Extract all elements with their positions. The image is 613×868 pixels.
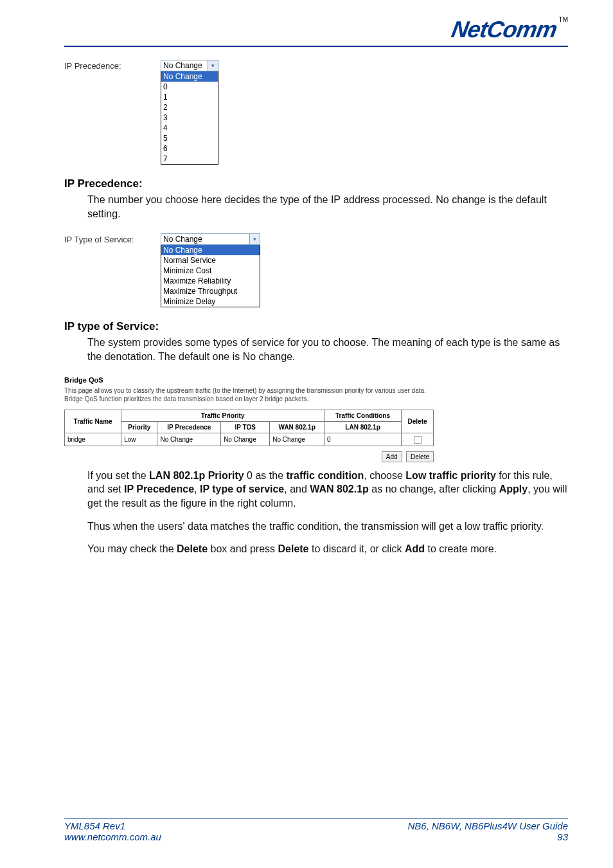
col-ip-tos: IP TOS [221,422,270,433]
col-group-priority: Traffic Priority [121,410,324,422]
dropdown-option[interactable]: Maximize Throughput [161,286,260,296]
dropdown-value: No Change [161,60,208,71]
dropdown-option[interactable]: No Change [161,71,218,82]
footer-page-number: 93 [407,831,568,842]
ip-tos-dropdown[interactable]: No Change ▾ No Change Normal Service Min… [161,233,260,307]
ip-precedence-heading: IP Precedence: [64,177,568,190]
col-priority: Priority [121,422,157,433]
chevron-down-icon[interactable]: ▾ [208,60,218,71]
chevron-down-icon[interactable]: ▾ [249,234,260,244]
cell-ip-prec: No Change [157,433,221,446]
dropdown-option[interactable]: 0 [161,82,218,92]
bridge-qos-description: This page allows you to classify the ups… [64,386,434,403]
table-header-group: Traffic Name Traffic Priority Traffic Co… [65,410,434,422]
dropdown-option[interactable]: Maximize Reliability [161,276,260,286]
ip-tos-body: The system provides some types of servic… [87,336,568,363]
footer-rev: YML854 Rev1 [64,820,161,831]
explain-p3: You may check the Delete box and press D… [87,542,568,556]
col-wan: WAN 802.1p [270,422,324,433]
bridge-qos-panel: Bridge QoS This page allows you to class… [64,376,434,462]
dropdown-option[interactable]: 7 [161,154,218,164]
ip-precedence-dropdown[interactable]: No Change ▾ No Change 0 1 2 3 4 5 6 7 [161,60,218,165]
col-lan: LAN 802.1p [324,422,401,433]
col-group-conditions: Traffic Conditions [324,410,401,422]
bridge-qos-buttons: Add Delete [64,450,434,462]
dropdown-option[interactable]: No Change [161,245,260,255]
explain-p2: Thus when the users' data matches the tr… [87,520,568,534]
delete-button[interactable]: Delete [406,451,434,462]
trademark: TM [559,16,568,23]
dropdown-option[interactable]: 6 [161,143,218,154]
ip-precedence-body: The number you choose here decides the t… [87,193,568,221]
dropdown-option[interactable]: 2 [161,102,218,113]
explain-p1: If you set the LAN 802.1p Priority 0 as … [87,469,568,511]
dropdown-list: No Change 0 1 2 3 4 5 6 7 [161,71,218,165]
footer-right: NB6, NB6W, NB6Plus4W User Guide 93 [407,820,568,842]
dropdown-header[interactable]: No Change ▾ [161,60,218,71]
dropdown-header[interactable]: No Change ▾ [161,233,260,245]
bridge-qos-title: Bridge QoS [64,376,434,384]
footer-url: www.netcomm.com.au [64,831,161,842]
dropdown-option[interactable]: Minimize Cost [161,266,260,276]
col-delete: Delete [402,410,434,433]
cell-name: bridge [65,433,121,446]
dropdown-option[interactable]: 4 [161,123,218,133]
logo-text: NetComm [449,16,558,42]
delete-checkbox[interactable] [414,436,422,444]
dropdown-option[interactable]: 1 [161,92,218,102]
cell-delete [402,433,434,446]
bridge-qos-table: Traffic Name Traffic Priority Traffic Co… [64,410,434,446]
cell-priority: Low [121,433,157,446]
table-row: bridge Low No Change No Change No Change… [65,433,434,446]
dropdown-option[interactable]: 3 [161,113,218,123]
ip-tos-label: IP Type of Service: [64,233,161,244]
col-traffic-name: Traffic Name [65,410,121,433]
dropdown-option[interactable]: 5 [161,133,218,143]
ip-tos-field: IP Type of Service: No Change ▾ No Chang… [64,233,568,307]
cell-wan: No Change [270,433,324,446]
dropdown-option[interactable]: Normal Service [161,255,260,266]
dropdown-option[interactable]: Minimize Delay [161,296,260,307]
header-bar: NetCommTM [64,16,568,47]
brand-logo: NetComm [449,16,558,43]
page-footer: YML854 Rev1 www.netcomm.com.au NB6, NB6W… [64,818,568,842]
cell-lan: 0 [324,433,401,446]
footer-models: NB6, NB6W, NB6Plus4W User Guide [407,820,568,831]
col-ip-precedence: IP Precedence [157,422,221,433]
ip-precedence-field: IP Precedence: No Change ▾ No Change 0 1… [64,60,568,165]
dropdown-list: No Change Normal Service Minimize Cost M… [161,245,260,307]
cell-ip-tos: No Change [221,433,270,446]
ip-precedence-label: IP Precedence: [64,60,161,71]
footer-left: YML854 Rev1 www.netcomm.com.au [64,820,161,842]
dropdown-value: No Change [161,234,249,244]
add-button[interactable]: Add [382,451,402,462]
ip-tos-heading: IP type of Service: [64,320,568,333]
